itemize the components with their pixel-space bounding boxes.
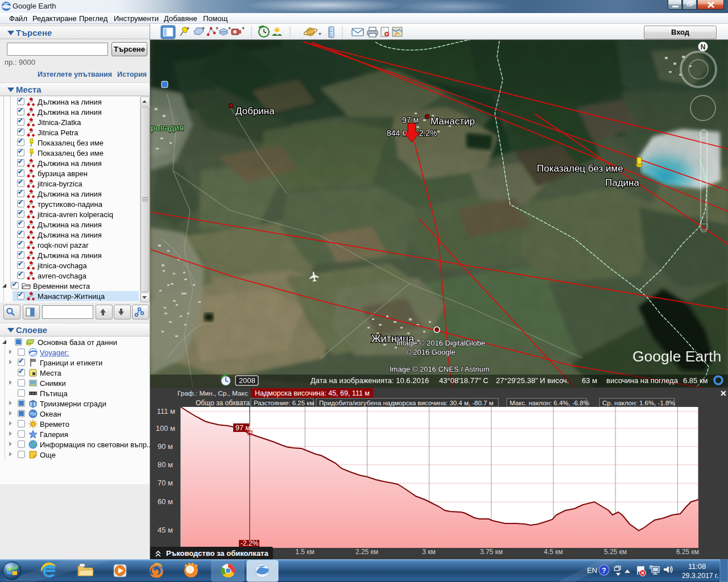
svg-text:Google Earth: Google Earth [632,348,721,365]
svg-text:6.85 км: 6.85 км [683,376,708,385]
svg-text:✕: ✕ [720,389,727,398]
svg-text:+: + [202,26,205,31]
svg-text:+: + [242,26,245,31]
svg-text:височина на погледа: височина на погледа [606,376,679,385]
svg-text:-2.2%: -2.2% [241,539,259,547]
svg-text:Ср. наклон: 1.6%, -1.8%: Ср. наклон: 1.6%, -1.8% [602,400,675,406]
svg-text:27°29'25.38" И височ.: 27°29'25.38" И височ. [496,376,569,385]
svg-text:111 м: 111 м [157,407,175,415]
svg-text:+: + [187,26,189,31]
svg-text:?: ? [602,566,606,575]
svg-text:3 км: 3 км [422,548,436,556]
svg-text:1.5 км: 1.5 км [295,548,315,556]
svg-text:3.75 км: 3.75 км [480,548,503,556]
svg-text:60 м: 60 м [158,497,173,506]
svg-text:Граф.: Мин., Ср., Макс: Граф.: Мин., Ср., Макс [177,389,248,397]
svg-text:Макс. наклон: 6.4%, -6.8%: Макс. наклон: 6.4%, -6.8% [510,400,589,406]
svg-text:ровадия: ровадия [151,123,184,132]
svg-text:43°08'18.77" С: 43°08'18.77" С [439,376,489,385]
svg-text:Общо за обхвата:: Общо за обхвата: [196,399,252,407]
svg-text:Манастир: Манастир [431,116,475,127]
svg-text:5.25 км: 5.25 км [604,548,627,556]
svg-text:100 м: 100 м [156,424,175,433]
svg-text:Image © 2016 DigitalGlobe: Image © 2016 DigitalGlobe [396,339,485,347]
svg-text:Показалец без име: Показалец без име [537,163,623,174]
svg-text:EN: EN [587,566,597,575]
svg-text:2.25 км: 2.25 км [355,548,378,556]
svg-text:+: + [216,26,218,31]
svg-text:Придобита/изгубена надморска в: Придобита/изгубена надморска височина: 3… [319,400,494,406]
svg-text:29.3.2017 г.: 29.3.2017 г. [682,572,719,580]
svg-text:4.5 км: 4.5 км [544,548,563,556]
svg-text:Добрина: Добрина [235,106,275,117]
svg-text:Падина: Падина [605,177,639,188]
svg-text:6.25 км: 6.25 км [676,548,699,556]
svg-text:Дата на изображенията: 10.6.20: Дата на изображенията: 10.6.2016 [311,376,429,385]
svg-text:+: + [228,26,231,31]
svg-text:45 м: 45 м [158,526,173,534]
svg-text:11:08: 11:08 [688,562,706,571]
svg-text:© 2016 Google: © 2016 Google [406,348,456,356]
svg-text:70 м: 70 м [158,479,173,487]
svg-text:Надморска височина: 45, 69, 11: Надморска височина: 45, 69, 111 м [255,389,370,397]
svg-text:Image © 2016 CNES / Astrium: Image © 2016 CNES / Astrium [390,365,490,373]
svg-text:Разстояние: 6.25 км: Разстояние: 6.25 км [254,400,314,406]
svg-text:63 м: 63 м [582,376,597,385]
svg-text:90 м: 90 м [158,442,173,451]
svg-text:80 м: 80 м [158,460,173,469]
svg-text:Ръководство за обиколката: Ръководство за обиколката [166,549,268,558]
svg-text:N: N [701,43,706,51]
svg-text:2008: 2008 [239,376,255,385]
